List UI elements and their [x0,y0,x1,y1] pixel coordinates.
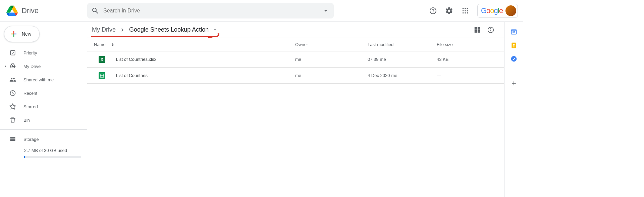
file-name: List of Countries.xlsx [116,57,156,62]
svg-point-4 [465,10,466,11]
sidebar-item-label: Recent [23,91,37,96]
grid-view-icon[interactable] [471,23,484,37]
calendar-icon[interactable]: 31 [511,29,517,35]
keep-icon[interactable] [511,42,517,49]
sidebar: New Priority My Drive Shared with me Rec… [0,22,87,197]
sidebar-item-my-drive[interactable]: My Drive [0,60,87,73]
search-bar[interactable] [87,3,334,18]
breadcrumb-root[interactable]: My Drive [91,26,116,34]
search-input[interactable] [99,8,322,14]
star-icon [9,103,17,111]
google-account-switcher[interactable]: Google [477,4,518,18]
sidebar-item-priority[interactable]: Priority [0,46,87,60]
breadcrumb-current[interactable]: Google Sheets Lookup Action [128,26,209,34]
file-owner: me [295,57,368,62]
sidebar-item-storage[interactable]: Storage [0,132,87,146]
info-icon[interactable] [484,23,497,37]
sidebar-item-bin[interactable]: Bin [0,113,87,127]
svg-rect-28 [513,46,514,47]
column-header-name[interactable]: Name [94,42,295,48]
annotation-underline [91,36,214,37]
sidebar-item-starred[interactable]: Starred [0,100,87,113]
app-header: Drive Google [0,0,523,22]
svg-text:X: X [101,57,103,62]
user-avatar[interactable] [505,5,516,16]
svg-point-6 [463,12,464,14]
file-size: — [437,73,497,78]
header-actions: Google [426,4,518,18]
storage-usage-text: 2.7 MB of 30 GB used [0,146,87,155]
shared-icon [9,76,17,84]
sidebar-item-shared[interactable]: Shared with me [0,73,87,86]
sidebar-item-label: Bin [23,118,30,123]
new-button-label: New [22,31,31,37]
svg-rect-12 [10,139,15,140]
drive-logo-icon [5,4,19,17]
file-owner: me [295,73,368,78]
dropdown-icon[interactable] [212,27,218,33]
bin-icon [9,116,17,124]
search-icon[interactable] [91,7,99,15]
svg-point-2 [467,8,468,9]
sidebar-item-label: Shared with me [23,77,54,82]
column-header-owner[interactable]: Owner [295,42,368,47]
apps-grid-icon[interactable] [459,4,472,17]
priority-icon [9,49,17,57]
svg-point-7 [465,12,466,14]
sort-arrow-down-icon [110,42,116,48]
side-panel: 31 [504,22,523,197]
chevron-right-icon [119,27,126,33]
new-button[interactable]: New [4,26,40,42]
sidebar-item-label: Starred [23,104,38,109]
file-modified: 07:39me [368,57,437,62]
file-size: 43 KB [437,57,497,62]
storage-icon [9,135,17,143]
column-header-size[interactable]: File size [437,42,497,47]
app-title: Drive [21,6,39,15]
sidebar-item-recent[interactable]: Recent [0,86,87,100]
expand-icon[interactable] [3,64,9,69]
sidebar-item-label: Priority [23,50,37,55]
svg-text:31: 31 [513,31,515,34]
recent-icon [9,89,17,97]
file-modified: 4 Dec 2020me [368,73,437,78]
svg-point-3 [463,10,464,11]
svg-point-5 [467,10,468,11]
storage-usage-bar [24,156,81,158]
toolbar: My Drive Google Sheets Lookup Action [87,22,504,38]
sheets-file-icon [99,72,105,79]
column-header-modified[interactable]: Last modified [368,42,437,47]
file-name: List of Countries [116,73,148,78]
add-addon-icon[interactable] [511,80,517,87]
svg-point-27 [513,44,515,46]
main-content: My Drive Google Sheets Lookup Action [87,22,504,197]
svg-rect-11 [10,137,15,138]
svg-point-1 [465,8,466,9]
svg-point-16 [491,28,491,29]
file-table: Name Owner Last modified File size X Lis… [87,38,504,84]
tasks-icon[interactable] [511,55,517,62]
table-row[interactable]: List of Countries me 4 Dec 2020me — [87,68,504,84]
settings-icon[interactable] [442,4,456,17]
my-drive-icon [9,62,17,70]
logo-area[interactable]: Drive [5,4,87,17]
svg-rect-13 [10,140,15,141]
svg-point-8 [467,12,468,14]
search-options-dropdown-icon[interactable] [322,7,330,15]
help-icon[interactable] [426,4,440,17]
breadcrumb: My Drive Google Sheets Lookup Action [91,26,218,34]
sidebar-item-label: Storage [23,137,39,142]
table-row[interactable]: X List of Countries.xlsx me 07:39me 43 K… [87,51,504,68]
excel-file-icon: X [99,56,105,63]
table-header: Name Owner Last modified File size [87,38,504,51]
svg-point-0 [463,8,464,9]
sidebar-item-label: My Drive [23,64,41,69]
google-logo-text: Google [481,6,503,15]
